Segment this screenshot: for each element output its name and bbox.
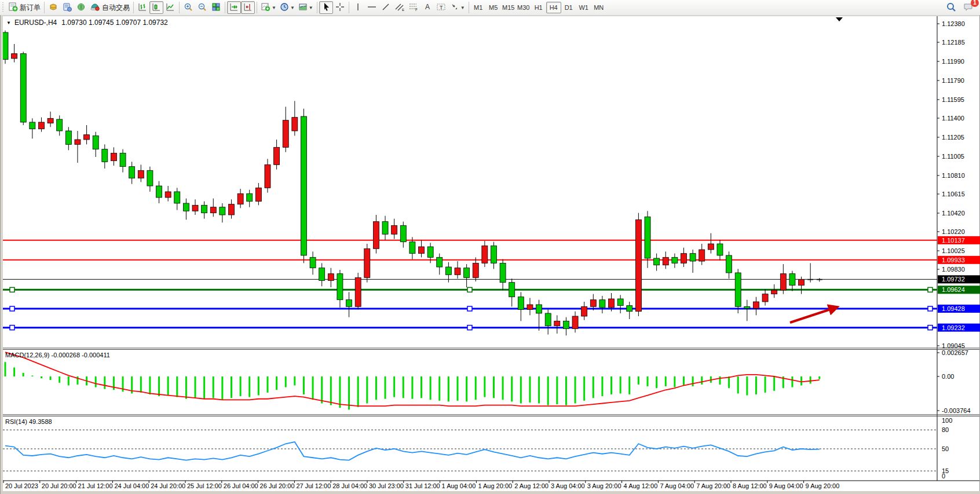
- auto-scroll-icon: [229, 2, 239, 13]
- price-tick-label: 1.12380: [942, 20, 965, 27]
- line-handle[interactable]: [928, 287, 933, 292]
- candle-body: [409, 242, 415, 254]
- timeframe-mn[interactable]: MN: [591, 2, 606, 13]
- time-tick-label: 3 Aug 04:00: [551, 482, 585, 489]
- cursor-button[interactable]: [319, 1, 333, 14]
- arrows-button[interactable]: ▼: [448, 1, 467, 14]
- bar-chart-button[interactable]: [136, 1, 149, 14]
- price-tag-label: 1.09624: [942, 286, 965, 293]
- line-handle[interactable]: [10, 306, 14, 311]
- channel-button[interactable]: E: [393, 1, 407, 14]
- chart-canvas[interactable]: 1.123801.121851.119901.117901.115951.114…: [1, 15, 980, 494]
- line-handle[interactable]: [467, 306, 472, 311]
- timeframe-m5[interactable]: M5: [486, 2, 501, 13]
- collapse-triangle-icon[interactable]: ▼: [6, 20, 11, 25]
- candle-body: [482, 246, 488, 263]
- templates-button[interactable]: ▼: [297, 1, 315, 14]
- time-tick-label: 31 Jul 12:00: [405, 482, 440, 489]
- candlestick-chart-button[interactable]: [149, 1, 163, 14]
- candle-body: [663, 257, 668, 265]
- timeframe-m1[interactable]: M1: [471, 2, 486, 13]
- text-button[interactable]: A: [420, 1, 434, 14]
- text-label-button[interactable]: T: [434, 1, 448, 14]
- zoom-out-icon: [198, 2, 207, 13]
- auto-scroll-button[interactable]: [227, 1, 241, 14]
- line-handle[interactable]: [467, 325, 472, 330]
- price-tick-label: 1.10810: [942, 172, 965, 179]
- separator: [44, 2, 45, 13]
- timeframe-m30[interactable]: M30: [516, 2, 531, 13]
- line-handle[interactable]: [10, 325, 14, 330]
- candle-body: [30, 122, 35, 129]
- notification-badge: 1: [971, 0, 979, 7]
- data-window-button[interactable]: [60, 1, 74, 14]
- vertical-line-button[interactable]: [351, 1, 365, 14]
- line-handle[interactable]: [467, 287, 472, 292]
- time-tick-label: 21 Jul 12:00: [78, 482, 113, 489]
- notification-button[interactable]: 1: [961, 1, 975, 14]
- horizontal-line-button[interactable]: [365, 1, 379, 14]
- candle-body: [681, 254, 687, 264]
- candle-body: [726, 255, 732, 273]
- candle-body: [491, 246, 496, 263]
- line-handle[interactable]: [928, 325, 933, 330]
- candle-body: [75, 140, 81, 144]
- candle-body: [337, 274, 343, 300]
- symbol-period-label: EURUSD-,H4: [14, 19, 57, 27]
- line-handle[interactable]: [10, 287, 14, 292]
- line-handle[interactable]: [928, 306, 933, 311]
- periods-icon: [280, 2, 289, 13]
- new-order-button[interactable]: 新订单: [6, 1, 42, 14]
- timeframe-h1[interactable]: H1: [531, 2, 546, 13]
- timeframe-w1[interactable]: W1: [576, 2, 591, 13]
- price-tick-label: 1.10420: [942, 210, 965, 217]
- candle-body: [165, 192, 171, 197]
- periods-button[interactable]: ▼: [278, 1, 297, 14]
- timeframe-m15[interactable]: M15: [501, 2, 516, 13]
- timeframe-h4[interactable]: H4: [546, 2, 561, 13]
- candle-body: [373, 222, 379, 249]
- chart-shift-button[interactable]: [241, 1, 255, 14]
- main-toolbar: 新订单 自动交易: [0, 0, 980, 16]
- candle-body: [292, 118, 298, 131]
- line-chart-button[interactable]: [163, 1, 177, 14]
- chart-shift-marker[interactable]: [836, 17, 843, 21]
- navigator-button[interactable]: [74, 1, 88, 14]
- svg-text:A: A: [425, 3, 430, 11]
- zoom-out-button[interactable]: [195, 1, 209, 14]
- market-watch-button[interactable]: [46, 1, 60, 14]
- chart-window: 1.123801.121851.119901.117901.115951.114…: [0, 15, 980, 494]
- price-tag-label: 1.09933: [942, 257, 965, 264]
- candle-body: [192, 205, 198, 211]
- auto-trading-button[interactable]: 自动交易: [88, 1, 131, 14]
- indicators-icon: [261, 2, 270, 13]
- tile-windows-button[interactable]: [209, 1, 223, 14]
- candle-body: [527, 305, 533, 309]
- fibonacci-button[interactable]: F: [407, 1, 420, 14]
- timeframe-d1[interactable]: D1: [561, 2, 576, 13]
- svg-text:E: E: [402, 8, 404, 12]
- zoom-in-button[interactable]: [181, 1, 195, 14]
- rsi-indicator-label: RSI(14) 49.3588: [5, 418, 52, 425]
- candle-body: [237, 193, 243, 204]
- search-button[interactable]: [944, 1, 958, 14]
- candle-body: [346, 300, 352, 307]
- price-tick-label: 1.09045: [942, 342, 965, 349]
- candle-body: [672, 257, 678, 263]
- time-tick-label: 2 Aug 12:00: [514, 482, 548, 489]
- price-tag-label: 1.09732: [942, 276, 965, 283]
- toolbar-grip[interactable]: [2, 2, 5, 13]
- indicators-button[interactable]: ▼: [259, 1, 278, 14]
- horizontal-line-icon: [367, 2, 377, 13]
- candle-body: [563, 321, 569, 328]
- trendline-button[interactable]: [379, 1, 393, 14]
- macd-tick-label: -0.003764: [942, 407, 971, 414]
- candle-body: [57, 119, 63, 131]
- macd-indicator-label: MACD(12,26,9) -0.000268 -0.000411: [5, 352, 110, 358]
- time-tick-label: 26 Jul 04:00: [224, 482, 258, 489]
- separator: [257, 2, 257, 13]
- candle-body: [111, 153, 116, 160]
- candle-body: [617, 299, 623, 306]
- candle-body: [47, 118, 53, 123]
- crosshair-button[interactable]: [333, 1, 347, 14]
